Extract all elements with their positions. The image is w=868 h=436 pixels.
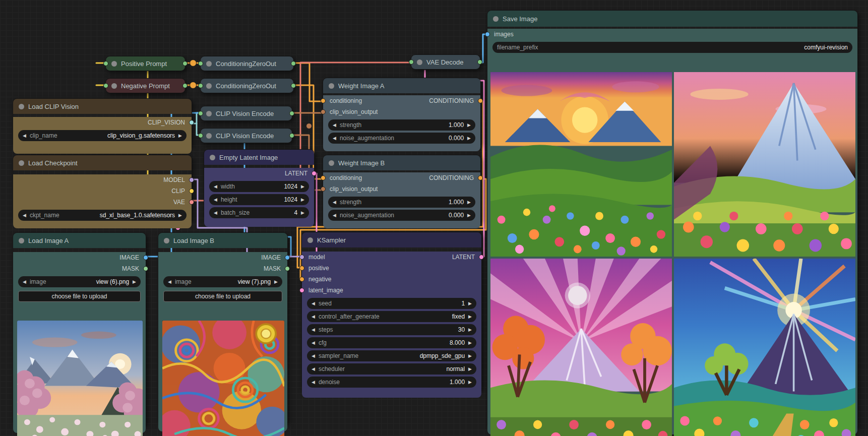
widget-ckpt-name[interactable]: ◀ ckpt_name sd_xl_base_1.0.safetensors ▶ bbox=[18, 210, 187, 221]
input-port[interactable] bbox=[409, 59, 414, 65]
widget-image-file[interactable]: ◀ image view (7).png ▶ bbox=[163, 276, 282, 287]
node-graph-canvas[interactable]: Positive Prompt Negative Prompt Conditio… bbox=[0, 0, 868, 436]
decrement-arrow-icon[interactable]: ◀ bbox=[333, 136, 336, 141]
input-port-conditioning[interactable] bbox=[321, 175, 326, 180]
collapse-dot[interactable] bbox=[164, 238, 169, 243]
collapse-dot[interactable] bbox=[307, 237, 313, 243]
decrement-arrow-icon[interactable]: ◀ bbox=[214, 184, 217, 189]
decrement-arrow-icon[interactable]: ◀ bbox=[214, 198, 217, 202]
output-port-vae[interactable] bbox=[189, 200, 194, 205]
input-port-negative[interactable] bbox=[299, 277, 304, 282]
decrement-arrow-icon[interactable]: ◀ bbox=[23, 134, 26, 138]
generated-image-2[interactable] bbox=[674, 72, 855, 257]
decrement-arrow-icon[interactable]: ◀ bbox=[333, 200, 336, 205]
input-port-latent-image[interactable] bbox=[299, 288, 304, 293]
collapse-dot[interactable] bbox=[206, 111, 212, 116]
widget-scheduler[interactable]: ◀ scheduler normal ▶ bbox=[307, 363, 476, 375]
collapse-dot[interactable] bbox=[111, 83, 117, 89]
decrement-arrow-icon[interactable]: ◀ bbox=[312, 354, 315, 358]
widget-height[interactable]: ◀ height 1024 ▶ bbox=[209, 194, 309, 205]
collapse-dot[interactable] bbox=[206, 61, 212, 67]
decrement-arrow-icon[interactable]: ◀ bbox=[333, 213, 336, 218]
collapse-dot[interactable] bbox=[329, 83, 334, 89]
generated-image-3[interactable] bbox=[490, 259, 672, 436]
node-empty-latent-image[interactable]: Empty Latent Image LATENT ◀ width 1024 ▶… bbox=[204, 149, 315, 221]
node-header[interactable]: Load Image B bbox=[158, 233, 287, 248]
collapse-dot[interactable] bbox=[206, 133, 212, 139]
increment-arrow-icon[interactable]: ▶ bbox=[468, 354, 472, 358]
reroute-dot-positive[interactable] bbox=[190, 60, 197, 67]
widget-cfg[interactable]: ◀ cfg 8.000 ▶ bbox=[307, 337, 476, 348]
input-port-clip-vision-output[interactable] bbox=[321, 186, 326, 192]
decrement-arrow-icon[interactable]: ◀ bbox=[23, 213, 26, 218]
widget-sampler-name[interactable]: ◀ sampler_name dpmpp_sde_gpu ▶ bbox=[307, 350, 476, 361]
node-positive-prompt[interactable]: Positive Prompt bbox=[105, 56, 185, 71]
node-header[interactable]: Save Image bbox=[487, 11, 857, 27]
collapse-dot[interactable] bbox=[417, 59, 422, 65]
widget-strength[interactable]: ◀ strength 1.000 ▶ bbox=[328, 119, 475, 131]
widget-control-after-generate[interactable]: ◀ control_after_generate fixed ▶ bbox=[307, 311, 476, 322]
node-header[interactable]: KSampler bbox=[302, 232, 481, 247]
increment-arrow-icon[interactable]: ▶ bbox=[468, 367, 472, 371]
input-port[interactable] bbox=[103, 61, 108, 66]
input-port-model[interactable] bbox=[299, 255, 304, 260]
input-port[interactable] bbox=[198, 133, 203, 138]
widget-width[interactable]: ◀ width 1024 ▶ bbox=[209, 181, 309, 192]
input-port[interactable] bbox=[103, 83, 108, 88]
node-header[interactable]: Weight Image B bbox=[323, 155, 480, 170]
increment-arrow-icon[interactable]: ▶ bbox=[133, 280, 136, 284]
input-port-clip-vision-output[interactable] bbox=[321, 109, 326, 114]
node-load-clip-vision[interactable]: Load CLIP Vision CLIP_VISION ◀ clip_name… bbox=[13, 98, 192, 148]
decrement-arrow-icon[interactable]: ◀ bbox=[312, 315, 315, 319]
generated-image-1[interactable] bbox=[490, 72, 672, 257]
decrement-arrow-icon[interactable]: ◀ bbox=[312, 301, 315, 306]
increment-arrow-icon[interactable]: ▶ bbox=[301, 198, 304, 202]
choose-file-button[interactable]: choose file to upload bbox=[163, 291, 282, 302]
increment-arrow-icon[interactable]: ▶ bbox=[468, 301, 472, 306]
widget-filename-prefix[interactable]: filename_prefix comfyui-revision bbox=[492, 42, 852, 53]
decrement-arrow-icon[interactable]: ◀ bbox=[312, 341, 315, 345]
output-port-conditioning[interactable] bbox=[478, 98, 483, 103]
decrement-arrow-icon[interactable]: ◀ bbox=[23, 280, 26, 284]
widget-noise-augmentation[interactable]: ◀ noise_augmentation 0.000 ▶ bbox=[328, 133, 475, 144]
output-port-image[interactable] bbox=[143, 255, 148, 260]
widget-clip-name[interactable]: ◀ clip_name clip_vision_g.safetensors ▶ bbox=[18, 130, 187, 141]
widget-image-file[interactable]: ◀ image view (6).png ▶ bbox=[18, 276, 141, 287]
node-load-checkpoint[interactable]: Load Checkpoint MODEL CLIP VAE ◀ ckpt_na… bbox=[13, 155, 192, 221]
output-port-conditioning[interactable] bbox=[478, 175, 483, 180]
output-port[interactable] bbox=[289, 111, 294, 116]
widget-batch-size[interactable]: ◀ batch_size 4 ▶ bbox=[209, 207, 309, 218]
node-load-image-b[interactable]: Load Image B IMAGE MASK ◀ image view (7)… bbox=[158, 232, 288, 424]
decrement-arrow-icon[interactable]: ◀ bbox=[312, 328, 315, 332]
increment-arrow-icon[interactable]: ▶ bbox=[467, 136, 471, 141]
decrement-arrow-icon[interactable]: ◀ bbox=[333, 123, 336, 128]
output-port[interactable] bbox=[182, 61, 188, 66]
output-port[interactable] bbox=[291, 61, 296, 66]
widget-noise-augmentation[interactable]: ◀ noise_augmentation 0.000 ▶ bbox=[328, 210, 475, 221]
node-header[interactable]: Weight Image A bbox=[323, 78, 480, 93]
increment-arrow-icon[interactable]: ▶ bbox=[468, 315, 472, 319]
input-port[interactable] bbox=[198, 83, 203, 88]
increment-arrow-icon[interactable]: ▶ bbox=[301, 184, 304, 189]
node-weight-image-a[interactable]: Weight Image A conditioning CONDITIONING… bbox=[323, 78, 481, 146]
node-clip-vision-encode-2[interactable]: CLIP Vision Encode bbox=[200, 128, 292, 143]
node-load-image-a[interactable]: Load Image A IMAGE MASK ◀ image view (6)… bbox=[13, 232, 146, 426]
increment-arrow-icon[interactable]: ▶ bbox=[467, 123, 471, 128]
widget-steps[interactable]: ◀ steps 30 ▶ bbox=[307, 324, 476, 335]
collapse-dot[interactable] bbox=[210, 155, 215, 160]
output-port-model[interactable] bbox=[189, 177, 194, 182]
collapse-dot[interactable] bbox=[19, 160, 24, 166]
output-port[interactable] bbox=[477, 59, 482, 65]
node-ksampler[interactable]: KSampler model LATENT positive negative … bbox=[301, 232, 482, 391]
output-port-image[interactable] bbox=[285, 255, 290, 260]
collapse-dot[interactable] bbox=[206, 83, 212, 89]
output-port-clip-vision[interactable] bbox=[189, 120, 194, 125]
node-vae-decode[interactable]: VAE Decode bbox=[411, 54, 480, 70]
node-clip-vision-encode-1[interactable]: CLIP Vision Encode bbox=[200, 106, 292, 121]
node-header[interactable]: Empty Latent Image bbox=[204, 150, 314, 165]
increment-arrow-icon[interactable]: ▶ bbox=[468, 328, 472, 332]
decrement-arrow-icon[interactable]: ◀ bbox=[214, 211, 217, 215]
collapse-dot[interactable] bbox=[19, 104, 24, 109]
increment-arrow-icon[interactable]: ▶ bbox=[467, 213, 471, 218]
input-port[interactable] bbox=[198, 111, 203, 116]
